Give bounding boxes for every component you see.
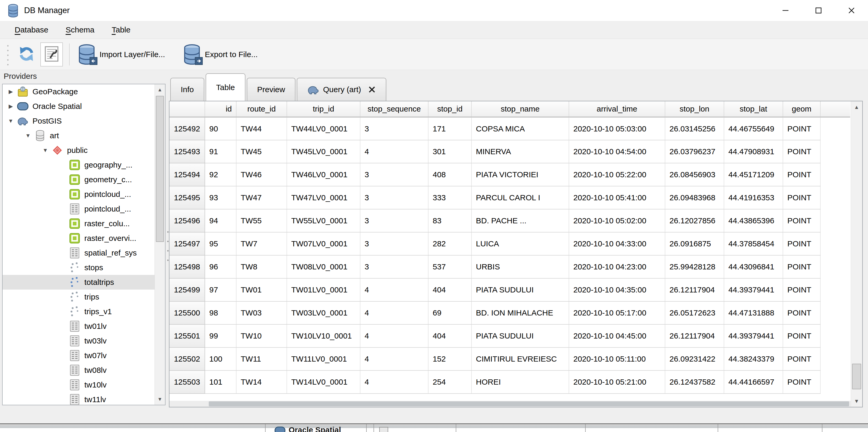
cell-id[interactable]: 94 [205, 209, 236, 232]
scroll-up-icon[interactable]: ▲ [851, 101, 862, 113]
cell-stop-name[interactable]: PARCUL CAROL I [471, 186, 569, 209]
cell-stop-sequence[interactable]: 3 [360, 163, 428, 186]
col-header-id[interactable]: id [205, 101, 236, 117]
cell-arrival-time[interactable]: 2020-10-10 04:35:00 [569, 278, 665, 301]
cell-stop-id[interactable]: 152 [428, 347, 471, 370]
close-button[interactable] [835, 0, 868, 21]
cell-geom[interactable]: POINT [783, 370, 820, 394]
tree-item-tw08lv[interactable]: tw08lv [3, 363, 155, 377]
tree-item-postgis[interactable]: ▼ PostGIS [3, 113, 155, 128]
cell-stop-sequence[interactable]: 3 [360, 117, 428, 140]
cell-trip-id[interactable]: TW14LV0_0001 [287, 370, 360, 394]
cell-route-id[interactable]: TW44 [236, 117, 287, 140]
cell-route-id[interactable]: TW46 [236, 163, 287, 186]
expander-expanded-icon[interactable]: ▼ [6, 118, 15, 124]
cell-stop-lat[interactable]: 44.37858454 [724, 232, 783, 255]
tree-item-tw01lv[interactable]: tw01lv [3, 319, 155, 334]
cell-stop-id[interactable]: 69 [428, 301, 471, 324]
cell-id[interactable]: 96 [205, 255, 236, 278]
cell-trip-id[interactable]: TW45LV0_0001 [287, 140, 360, 163]
tree-item-pointcloud-2[interactable]: pointcloud_... [3, 202, 155, 216]
cell-id[interactable]: 98 [205, 301, 236, 324]
cell-stop-lon[interactable]: 26.03796237 [665, 140, 724, 163]
row-number[interactable]: 125497 [169, 232, 205, 255]
cell-geom[interactable]: POINT [783, 301, 820, 324]
expander-collapsed-icon[interactable]: ▶ [6, 103, 15, 109]
row-number[interactable]: 125501 [169, 324, 205, 347]
cell-trip-id[interactable]: TW10LV10_0001 [287, 324, 360, 347]
cell-stop-id[interactable]: 254 [428, 370, 471, 394]
cell-id[interactable]: 93 [205, 186, 236, 209]
tree-item-trips[interactable]: trips [3, 290, 155, 304]
cell-stop-lat[interactable]: 44.45171209 [724, 163, 783, 186]
tree-item-trips-v1[interactable]: trips_v1 [3, 304, 155, 319]
cell-trip-id[interactable]: TW47LV0_0001 [287, 186, 360, 209]
col-header-stop-sequence[interactable]: stop_sequence [360, 101, 428, 117]
export-file-button[interactable]: Export to File... [182, 44, 258, 65]
cell-stop-name[interactable]: URBIS [471, 255, 569, 278]
import-layer-button[interactable]: Import Layer/File... [76, 44, 165, 65]
cell-stop-name[interactable]: PIATA SUDULUI [471, 278, 569, 301]
cell-stop-name[interactable]: MINERVA [471, 140, 569, 163]
cell-geom[interactable]: POINT [783, 232, 820, 255]
cell-stop-lat[interactable]: 44.44166597 [724, 370, 783, 394]
cell-route-id[interactable]: TW7 [236, 232, 287, 255]
tab-query-art[interactable]: Query (art) [297, 78, 386, 101]
table-vertical-scrollbar[interactable]: ▲ ▼ [851, 101, 862, 407]
cell-stop-lon[interactable]: 26.12117904 [665, 278, 724, 301]
cell-trip-id[interactable]: TW44LV0_0001 [287, 117, 360, 140]
table-scrollbar-thumb[interactable] [852, 364, 861, 389]
cell-route-id[interactable]: TW03 [236, 301, 287, 324]
scroll-down-icon[interactable]: ▼ [155, 394, 165, 405]
cell-stop-lon[interactable]: 25.99428128 [665, 255, 724, 278]
scroll-up-icon[interactable]: ▲ [155, 84, 165, 95]
tree-item-tw07lv[interactable]: tw07lv [3, 348, 155, 363]
cell-id[interactable]: 100 [205, 347, 236, 370]
cell-stop-sequence[interactable]: 4 [360, 140, 428, 163]
cell-stop-lon[interactable]: 26.12437582 [665, 370, 724, 394]
cell-stop-id[interactable]: 408 [428, 163, 471, 186]
row-number[interactable]: 125495 [169, 186, 205, 209]
tree-item-stops[interactable]: stops [3, 260, 155, 275]
col-header-geom[interactable]: geom [783, 101, 820, 117]
tree-item-tw11lv[interactable]: tw11lv [3, 392, 155, 405]
row-number[interactable]: 125493 [169, 140, 205, 163]
cell-stop-lat[interactable]: 44.47131888 [724, 301, 783, 324]
cell-stop-lon[interactable]: 26.09231422 [665, 347, 724, 370]
cell-geom[interactable]: POINT [783, 117, 820, 140]
cell-arrival-time[interactable]: 2020-10-10 05:41:00 [569, 186, 665, 209]
cell-route-id[interactable]: TW10 [236, 324, 287, 347]
tab-close-icon[interactable] [368, 86, 376, 94]
cell-trip-id[interactable]: TW03LV0_0001 [287, 301, 360, 324]
cell-stop-name[interactable]: COPSA MICA [471, 117, 569, 140]
cell-stop-id[interactable]: 333 [428, 186, 471, 209]
cell-stop-name[interactable]: PIATA VICTORIEI [471, 163, 569, 186]
row-number[interactable]: 125500 [169, 301, 205, 324]
tree-item-totaltrips[interactable]: totaltrips [3, 275, 155, 290]
cell-trip-id[interactable]: TW01LV0_0001 [287, 278, 360, 301]
cell-route-id[interactable]: TW8 [236, 255, 287, 278]
row-number[interactable]: 125499 [169, 278, 205, 301]
col-header-stop-name[interactable]: stop_name [471, 101, 569, 117]
col-header-arrival-time[interactable]: arrival_time [569, 101, 665, 117]
row-number[interactable]: 125492 [169, 117, 205, 140]
cell-id[interactable]: 95 [205, 232, 236, 255]
cell-stop-name[interactable]: BD. PACHE ... [471, 209, 569, 232]
tree-item-tw10lv[interactable]: tw10lv [3, 377, 155, 392]
cell-id[interactable]: 90 [205, 117, 236, 140]
cell-stop-id[interactable]: 404 [428, 278, 471, 301]
tree-item-raster-columns[interactable]: raster_colu... [3, 216, 155, 231]
cell-arrival-time[interactable]: 2020-10-10 05:17:00 [569, 301, 665, 324]
expander-expanded-icon[interactable]: ▼ [24, 132, 32, 139]
row-number[interactable]: 125496 [169, 209, 205, 232]
cell-id[interactable]: 92 [205, 163, 236, 186]
cell-arrival-time[interactable]: 2020-10-10 05:21:00 [569, 370, 665, 394]
cell-route-id[interactable]: TW45 [236, 140, 287, 163]
expander-collapsed-icon[interactable]: ▶ [6, 89, 15, 95]
cell-geom[interactable]: POINT [783, 278, 820, 301]
cell-stop-id[interactable]: 537 [428, 255, 471, 278]
col-header-stop-id[interactable]: stop_id [428, 101, 471, 117]
cell-stop-sequence[interactable]: 4 [360, 278, 428, 301]
cell-id[interactable]: 97 [205, 278, 236, 301]
cell-stop-name[interactable]: LUICA [471, 232, 569, 255]
